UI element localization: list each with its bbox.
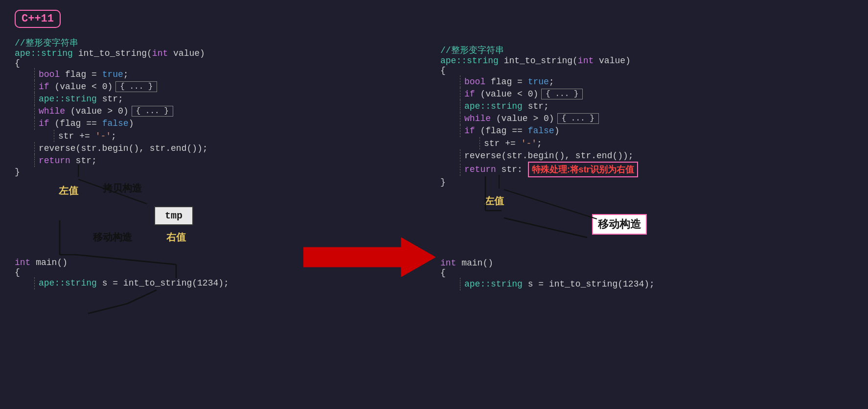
left-copy-construct-label: 拷贝构造 <box>103 182 142 195</box>
svg-line-10 <box>88 304 127 313</box>
right-code-panel: //整形变字符串 ape::string int_to_string(int v… <box>440 44 842 290</box>
right-if-block: { ... } <box>541 89 583 99</box>
left-while-block: { ... } <box>132 106 173 117</box>
left-param: value) <box>168 48 205 58</box>
left-move-construct-label: 移动构造 <box>93 231 132 244</box>
left-line-if2: if (flag == false) <box>15 118 382 130</box>
page-container: C++11 //整形变字符串 ape::string int_to_string… <box>0 0 868 409</box>
left-int-kw: int <box>152 48 168 58</box>
right-arrow-svg <box>440 175 734 273</box>
right-func-sig-line: ape::string int_to_string(int value) <box>440 56 842 66</box>
right-annotation-area: 左值 移动构造 <box>440 190 842 258</box>
left-vline-7 <box>34 142 35 154</box>
right-line-while: while (value > 0) { ... } <box>440 113 842 125</box>
tmp-box: tmp <box>154 206 193 225</box>
right-line-str: ape::string str; <box>440 100 842 112</box>
right-comment: //整形变字符串 <box>440 44 504 56</box>
left-vline-2 <box>34 80 35 93</box>
left-line-str-add: str += '-'; <box>15 130 382 142</box>
left-vline-3 <box>34 93 35 105</box>
right-line-reverse: reverse(str.begin(), str.end()); <box>440 149 842 162</box>
left-vline-5 <box>34 118 35 130</box>
red-arrow-svg <box>303 235 440 279</box>
left-line-while: while (value > 0) { ... } <box>15 105 382 118</box>
left-type: string <box>41 48 73 58</box>
right-line-if2: if (flag == false) <box>440 125 842 137</box>
svg-line-9 <box>127 290 157 304</box>
left-line-if: if (value < 0) { ... } <box>15 80 382 93</box>
svg-marker-2 <box>303 238 435 277</box>
right-comment-line: //整形变字符串 <box>440 44 842 56</box>
left-vline-1 <box>34 68 35 80</box>
left-namespace: ape:: <box>15 48 41 58</box>
left-line-str: ape::string str; <box>15 93 382 105</box>
svg-line-4 <box>504 190 597 219</box>
left-func-sig-line: ape::string int_to_string(int value) <box>15 48 382 58</box>
left-open-brace: { <box>15 58 382 68</box>
left-comment-line: //整形变字符串 <box>15 37 382 48</box>
left-comment: //整形变字符串 <box>15 37 78 48</box>
right-line-str-add: str += '-'; <box>440 137 842 149</box>
left-func: int_to_string( <box>73 48 152 58</box>
right-while-block: { ... } <box>557 113 599 124</box>
left-vline-4 <box>34 105 35 118</box>
left-line-bool: bool flag = true; <box>15 68 382 80</box>
left-vline-6 <box>54 130 54 142</box>
right-line-if: if (value < 0) { ... } <box>440 88 842 100</box>
left-if-block: { ... } <box>115 81 157 92</box>
right-main-line: ape::string s = int_to_string(1234); <box>440 278 842 290</box>
right-line-bool: bool flag = true; <box>440 75 842 88</box>
left-rvalue-label: 右值 <box>166 231 186 244</box>
left-line-reverse: reverse(str.begin(), str.end()); <box>15 142 382 154</box>
right-open-brace: { <box>440 66 842 75</box>
big-red-arrow <box>303 235 440 282</box>
cpp11-badge: C++11 <box>15 10 61 28</box>
